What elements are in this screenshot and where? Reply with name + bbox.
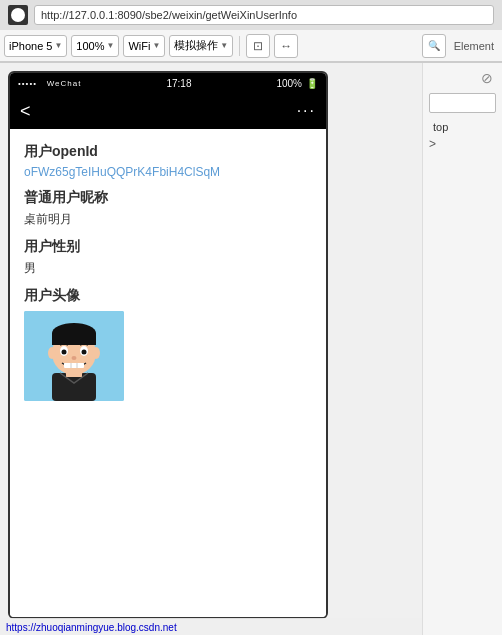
panel-chevron[interactable]: > bbox=[429, 135, 496, 153]
status-time: 17:18 bbox=[166, 78, 191, 89]
block-icon[interactable]: ⊘ bbox=[478, 69, 496, 87]
elements-label: Element bbox=[450, 40, 498, 52]
device-caret: ▼ bbox=[54, 41, 62, 50]
field2-label: 普通用户昵称 bbox=[24, 189, 312, 207]
svg-point-12 bbox=[72, 356, 77, 360]
network-label: WiFi bbox=[128, 40, 150, 52]
screenshot-icon: ⊡ bbox=[253, 39, 263, 53]
phone-area: ••••• WeChat 17:18 100% 🔋 < ··· 用户openId… bbox=[0, 63, 422, 635]
field1-label: 用户openId bbox=[24, 143, 312, 161]
avatar bbox=[24, 311, 124, 401]
field3-label: 用户性别 bbox=[24, 238, 312, 256]
device-selector[interactable]: iPhone 5 ▼ bbox=[4, 35, 67, 57]
zoom-selector[interactable]: 100% ▼ bbox=[71, 35, 119, 57]
panel-search-input[interactable] bbox=[429, 93, 496, 113]
address-bar[interactable]: http://127.0.0.1:8090/sbe2/weixin/getWei… bbox=[34, 5, 494, 25]
address-text: http://127.0.0.1:8090/sbe2/weixin/getWei… bbox=[41, 9, 297, 21]
field3-value: 男 bbox=[24, 260, 312, 277]
svg-point-10 bbox=[62, 350, 67, 355]
toolbar-divider-1 bbox=[239, 36, 240, 56]
main-area: ••••• WeChat 17:18 100% 🔋 < ··· 用户openId… bbox=[0, 63, 502, 635]
avatar-svg bbox=[24, 311, 124, 401]
back-button[interactable]: < bbox=[20, 101, 31, 122]
zoom-caret: ▼ bbox=[107, 41, 115, 50]
battery-icon: 🔋 bbox=[306, 78, 318, 89]
simulate-caret: ▼ bbox=[220, 41, 228, 50]
svg-point-7 bbox=[92, 347, 100, 359]
field4-label: 用户头像 bbox=[24, 287, 312, 305]
wechat-navbar: < ··· bbox=[10, 93, 326, 129]
browser-toolbar: iPhone 5 ▼ 100% ▼ WiFi ▼ 模拟操作 ▼ ⊡ ↔ 🔍 El… bbox=[0, 30, 502, 62]
screenshot-button[interactable]: ⊡ bbox=[246, 34, 270, 58]
zoom-label: 100% bbox=[76, 40, 104, 52]
svg-point-6 bbox=[48, 347, 56, 359]
favicon bbox=[8, 5, 28, 25]
simulate-label: 模拟操作 bbox=[174, 38, 218, 53]
content-area: 用户openId oFWz65gTeIHuQQPrK4FbiH4ClSqM 普通… bbox=[10, 129, 326, 617]
status-right: 100% 🔋 bbox=[276, 78, 318, 89]
svg-rect-13 bbox=[64, 363, 84, 368]
device-label: iPhone 5 bbox=[9, 40, 52, 52]
phone-frame: ••••• WeChat 17:18 100% 🔋 < ··· 用户openId… bbox=[8, 71, 328, 619]
simulate-selector[interactable]: 模拟操作 ▼ bbox=[169, 35, 233, 57]
inspect-button[interactable]: 🔍 bbox=[422, 34, 446, 58]
top-row: top bbox=[429, 119, 496, 135]
right-panel: ⊘ top > bbox=[422, 63, 502, 635]
network-caret: ▼ bbox=[152, 41, 160, 50]
status-bar: ••••• WeChat 17:18 100% 🔋 bbox=[10, 73, 326, 93]
network-selector[interactable]: WiFi ▼ bbox=[123, 35, 165, 57]
svg-rect-1 bbox=[52, 373, 96, 401]
signal-dots: ••••• WeChat bbox=[18, 79, 81, 88]
title-bar: http://127.0.0.1:8090/sbe2/weixin/getWei… bbox=[0, 0, 502, 30]
field1-value: oFWz65gTeIHuQQPrK4FbiH4ClSqM bbox=[24, 165, 312, 179]
battery-text: 100% bbox=[276, 78, 302, 89]
panel-toolbar: ⊘ bbox=[429, 69, 496, 87]
svg-point-11 bbox=[82, 350, 87, 355]
inspect-icon: 🔍 bbox=[428, 40, 440, 51]
rotate-button[interactable]: ↔ bbox=[274, 34, 298, 58]
field2-value: 桌前明月 bbox=[24, 211, 312, 228]
more-button[interactable]: ··· bbox=[297, 102, 316, 120]
bottom-url: https://zhuoqianmingyue.blog.csdn.net bbox=[0, 618, 422, 635]
svg-rect-5 bbox=[52, 333, 96, 345]
top-label: top bbox=[429, 119, 452, 135]
rotate-icon: ↔ bbox=[280, 39, 292, 53]
